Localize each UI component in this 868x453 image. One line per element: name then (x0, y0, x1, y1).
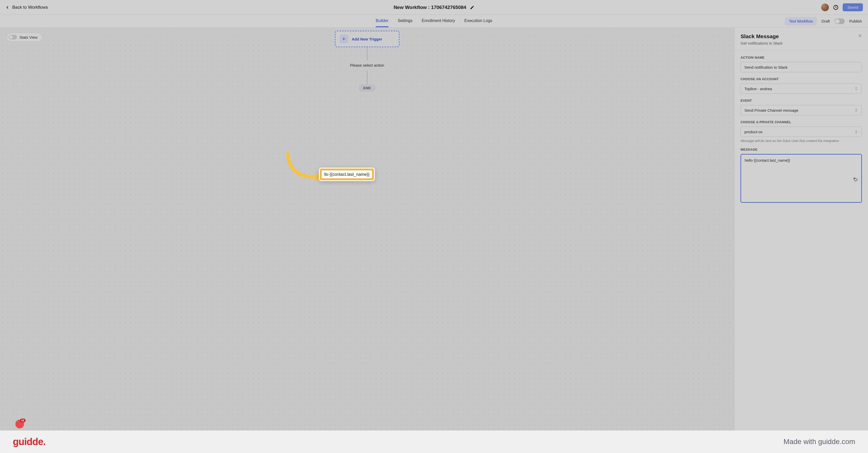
publish-label: Publish (849, 19, 862, 23)
close-icon[interactable] (858, 33, 862, 38)
channel-value: product-os (744, 130, 763, 134)
saved-button[interactable]: Saved (843, 3, 863, 11)
channel-label: CHOOSE A PRIVATE CHANNEL (741, 120, 862, 124)
top-bar: Back to Workflows New Workflow : 1706742… (0, 0, 868, 15)
test-workflow-button[interactable]: Test Workflow (785, 17, 817, 25)
callout-text: llo {{contact.last_name}} (324, 172, 370, 176)
panel-subtitle: Get notifications in Slack (741, 41, 862, 45)
channel-helper: Message will be sent as the Slack User t… (741, 139, 862, 143)
chevron-updown-icon (855, 130, 858, 134)
callout-arrow-icon (285, 151, 324, 185)
guidde-footer: guidde Made with guidde.com (0, 430, 868, 453)
tag-icon[interactable] (853, 177, 858, 182)
connector-line (367, 47, 368, 60)
account-value: Topline - andrea (744, 87, 772, 91)
event-select[interactable]: Send Private Channel message (741, 105, 862, 115)
add-trigger-node[interactable]: + Add New Trigger (335, 31, 399, 47)
back-link[interactable]: Back to Workflows (5, 5, 48, 10)
channel-select[interactable]: product-os (741, 126, 862, 137)
publish-toggle[interactable] (835, 19, 845, 24)
badge-count: 69 (20, 419, 26, 422)
draft-label: Draft (822, 19, 830, 23)
notification-badge[interactable]: 69 (16, 420, 24, 428)
message-label: MESSAGE (741, 148, 862, 151)
tab-bar: Builder Settings Enrollment History Exec… (0, 15, 868, 28)
stats-label: Stats View (20, 35, 38, 39)
tab-builder[interactable]: Builder (376, 15, 389, 27)
chevron-updown-icon (855, 108, 858, 112)
plus-icon: + (340, 35, 348, 43)
back-label: Back to Workflows (12, 5, 48, 10)
workflow-title: New Workflow : 1706742765084 (394, 5, 466, 10)
event-label: EVENT (741, 99, 862, 103)
history-icon[interactable] (833, 5, 839, 10)
end-node: END (359, 84, 375, 92)
stats-toggle[interactable] (9, 35, 17, 39)
action-config-panel: Slack Message Get notifications in Slack… (734, 28, 868, 453)
action-name-input[interactable] (741, 62, 862, 72)
workflow-canvas[interactable]: Stats View + Add New Trigger Please sele… (0, 28, 734, 453)
account-select[interactable]: Topline - andrea (741, 84, 862, 94)
edit-icon[interactable] (470, 5, 474, 10)
tab-enrollment-history[interactable]: Enrollment History (422, 15, 455, 27)
event-value: Send Private Channel message (744, 108, 798, 112)
message-value: hello {{contact.last_name}} (745, 158, 790, 163)
chevron-left-icon (5, 5, 10, 10)
select-action-prompt[interactable]: Please select action (345, 60, 389, 70)
account-label: CHOOSE AN ACCOUNT (741, 77, 862, 81)
tab-execution-logs[interactable]: Execution Logs (464, 15, 492, 27)
callout-highlight: llo {{contact.last_name}} (320, 169, 374, 180)
made-with-label: Made with guidde.com (783, 437, 855, 446)
tab-settings[interactable]: Settings (398, 15, 412, 27)
svg-point-3 (855, 178, 855, 179)
stats-view-pill[interactable]: Stats View (7, 33, 42, 41)
workflow-title-wrap: New Workflow : 1706742765084 (394, 5, 474, 10)
panel-title: Slack Message (741, 33, 862, 39)
guidde-logo: guidde (13, 436, 45, 447)
avatar[interactable] (821, 4, 829, 11)
chevron-updown-icon (855, 87, 858, 90)
action-name-label: ACTION NAME (741, 56, 862, 59)
add-trigger-label: Add New Trigger (352, 37, 382, 41)
message-input[interactable]: hello {{contact.last_name}} (741, 154, 862, 203)
connector-line (367, 70, 368, 84)
